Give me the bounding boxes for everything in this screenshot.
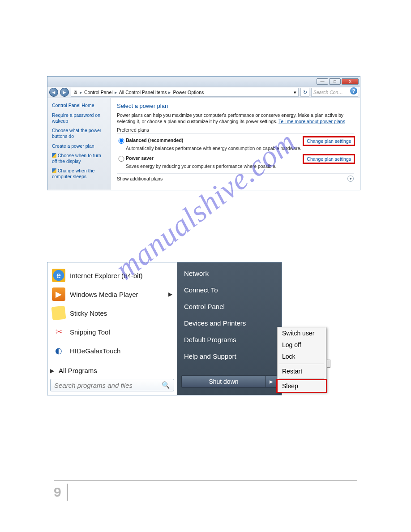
sidebar-link-create-plan[interactable]: Create a power plan — [52, 143, 106, 149]
close-button[interactable]: X — [342, 78, 359, 85]
sticky-icon — [51, 306, 66, 321]
plan-balanced-desc: Automatically balances performance with … — [126, 146, 354, 151]
preferred-plans-label: Preferred plans — [117, 127, 354, 134]
chevron-down-icon: ▾ — [347, 176, 354, 182]
breadcrumb-item[interactable]: Power Options — [173, 90, 204, 95]
shutdown-arrow-button[interactable]: ▸ — [265, 375, 277, 388]
maximize-button[interactable]: □ — [329, 78, 341, 85]
plan-power-saver-desc: Saves energy by reducing your computer's… — [126, 163, 354, 169]
plan-power-saver-radio[interactable] — [117, 156, 126, 162]
sidebar-link-sleep[interactable]: Change when the computer sleeps — [52, 168, 106, 180]
plan-balanced: Balanced (recommended) Change plan setti… — [117, 137, 354, 151]
power-options-window: — □ X ◄ ► 🖥 ▸ Control Panel ▸ All Contro… — [47, 76, 360, 190]
start-item-hid[interactable]: HIDeGalaxTouch — [50, 341, 174, 360]
breadcrumb-item[interactable]: All Control Panel Items — [119, 90, 167, 95]
pm-switch-user[interactable]: Switch user — [278, 327, 326, 339]
more-link[interactable]: Tell me more about power plans — [278, 119, 345, 124]
submenu-arrow-icon: ▶ — [168, 291, 172, 297]
rlink-default-prog[interactable]: Default Programs — [177, 331, 282, 348]
plan-balanced-radio[interactable] — [117, 138, 126, 144]
rlink-control-panel[interactable]: Control Panel — [177, 298, 282, 315]
pm-lock[interactable]: Lock — [278, 351, 326, 362]
page-description: Power plans can help you maximize your c… — [117, 112, 354, 124]
breadcrumb-item[interactable]: Control Panel — [84, 90, 113, 95]
address-bar: ◄ ► 🖥 ▸ Control Panel ▸ All Control Pane… — [47, 86, 360, 98]
triangle-icon: ▶ — [50, 368, 54, 374]
plan-power-saver-name: Power saver — [126, 155, 295, 161]
breadcrumb-icon: 🖥 — [73, 90, 78, 95]
rlink-network[interactable]: Network — [177, 265, 282, 282]
sidebar-link-display-off[interactable]: Choose when to turn off the display — [52, 153, 106, 164]
change-plan-settings-power-saver[interactable]: Change plan settings — [304, 155, 354, 163]
pm-log-off[interactable]: Log off — [278, 339, 326, 351]
page-footer: 9 — [54, 481, 357, 501]
start-item-snip[interactable]: Snipping Tool — [50, 322, 174, 341]
menu-separator — [279, 364, 324, 364]
rlink-devices[interactable]: Devices and Printers — [177, 315, 282, 331]
start-menu: e Internet Explorer (64-bit) ▶ Windows M… — [47, 262, 282, 395]
show-additional-plans[interactable]: Show additional plans ▾ — [117, 173, 354, 182]
power-submenu: Switch user Log off Lock Restart Sleep — [277, 327, 326, 392]
main-content: ? Select a power plan Power plans can he… — [110, 98, 360, 190]
submenu-handle — [327, 360, 330, 368]
shutdown-split-button: Shut down ▸ — [181, 375, 277, 388]
pm-restart[interactable]: Restart — [278, 365, 326, 377]
plan-power-saver: Power saver Change plan settings Saves e… — [117, 155, 354, 169]
all-programs[interactable]: ▶ All Programs — [50, 363, 174, 374]
start-item-ie[interactable]: e Internet Explorer (64-bit) — [50, 266, 174, 285]
rlink-connect[interactable]: Connect To — [177, 282, 282, 298]
start-menu-right: Network Connect To Control Panel Devices… — [177, 262, 282, 395]
start-search-input[interactable]: Search programs and files 🔍 — [50, 379, 174, 391]
page-title: Select a power plan — [117, 103, 354, 109]
breadcrumb-dropdown[interactable]: ▾ — [294, 90, 296, 95]
sidebar: Control Panel Home Require a password on… — [47, 98, 110, 190]
wmp-icon: ▶ — [52, 287, 65, 301]
sidebar-link-power-buttons[interactable]: Choose what the power buttons do — [52, 128, 106, 139]
plan-balanced-name: Balanced (recommended) — [126, 137, 295, 143]
pm-sleep[interactable]: Sleep — [278, 380, 326, 392]
change-plan-settings-balanced[interactable]: Change plan settings — [304, 137, 354, 145]
search-icon: 🔍 — [162, 381, 170, 389]
start-item-wmp[interactable]: ▶ Windows Media Player ▶ — [50, 285, 174, 304]
start-menu-left: e Internet Explorer (64-bit) ▶ Windows M… — [47, 262, 177, 395]
sidebar-home[interactable]: Control Panel Home — [52, 103, 106, 108]
hid-icon — [52, 344, 65, 357]
nav-forward-button[interactable]: ► — [60, 88, 69, 97]
scissors-icon — [52, 325, 65, 339]
help-icon[interactable]: ? — [350, 87, 357, 94]
start-item-sticky[interactable]: Sticky Notes — [50, 304, 174, 322]
menu-separator — [279, 378, 324, 379]
minimize-button[interactable]: — — [317, 78, 328, 85]
shutdown-button[interactable]: Shut down — [181, 375, 265, 388]
ie-icon: e — [52, 269, 65, 282]
page-number: 9 — [54, 484, 68, 501]
nav-back-button[interactable]: ◄ — [49, 88, 58, 97]
rlink-help[interactable]: Help and Support — [177, 348, 282, 365]
refresh-button[interactable]: ↻ — [300, 88, 309, 97]
breadcrumb[interactable]: 🖥 ▸ Control Panel ▸ All Control Panel It… — [71, 88, 299, 97]
window-titlebar: — □ X — [47, 77, 360, 86]
sidebar-link-password[interactable]: Require a password on wakeup — [52, 112, 106, 124]
